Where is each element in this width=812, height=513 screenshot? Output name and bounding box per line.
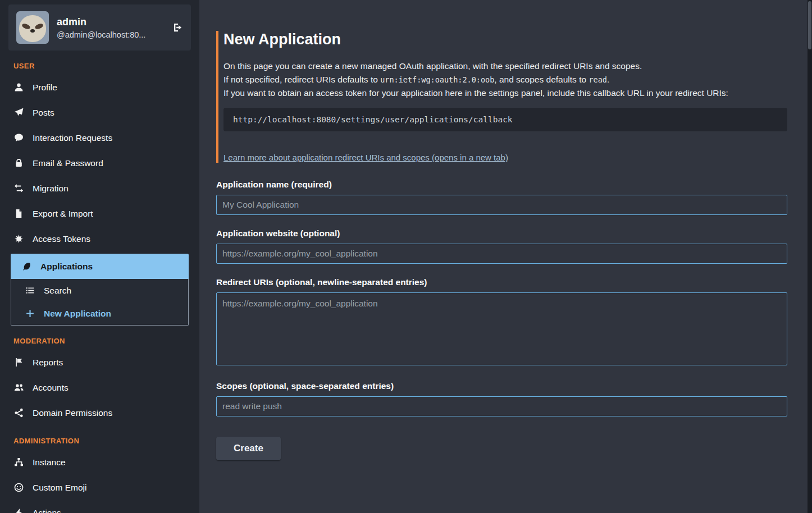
sidebar-item-reports[interactable]: Reports (0, 350, 199, 375)
user-icon (13, 83, 24, 92)
sidebar-item-label: Interaction Requests (33, 132, 112, 144)
smiley-icon (13, 483, 24, 492)
intro-text: If not specified, redirect URIs defaults… (223, 75, 380, 84)
redirect-uris-group: Redirect URIs (optional, newline-separat… (216, 277, 787, 368)
sidebar-section-user: USER (13, 62, 191, 70)
certificate-icon (13, 234, 24, 244)
comment-icon (13, 133, 24, 143)
sidebar-item-instance[interactable]: Instance (0, 450, 199, 475)
scopes-input[interactable] (216, 396, 787, 416)
users-icon (13, 383, 24, 392)
sidebar-item-interaction-requests[interactable]: Interaction Requests (0, 125, 199, 150)
sidebar: admin @admin@localhost:80... USER Profil… (0, 0, 199, 513)
user-handle: @admin@localhost:80... (57, 30, 165, 39)
scopes-label: Scopes (optional, space-separated entrie… (216, 381, 787, 391)
sidebar-item-posts[interactable]: Posts (0, 100, 199, 125)
sidebar-item-actions[interactable]: Actions (0, 500, 199, 513)
sidebar-item-profile[interactable]: Profile (0, 75, 199, 100)
inline-code-oob: urn:ietf:wg:oauth:2.0:oob (380, 75, 494, 84)
sidebar-item-label: Profile (33, 81, 57, 93)
lock-icon (13, 158, 24, 168)
user-card[interactable]: admin @admin@localhost:80... (8, 4, 191, 51)
intro-line-3: If you want to obtain an access token fo… (223, 86, 787, 100)
feather-icon (21, 262, 32, 271)
sidebar-item-new-application[interactable]: New Application (11, 302, 188, 325)
sidebar-item-email-password[interactable]: Email & Password (0, 150, 199, 176)
scopes-group: Scopes (optional, space-separated entrie… (216, 381, 787, 416)
redirect-uris-label: Redirect URIs (optional, newline-separat… (216, 277, 787, 287)
page-header: New Application On this page you can cre… (216, 31, 787, 163)
bolt-icon (13, 508, 24, 513)
sidebar-item-domain-permissions[interactable]: Domain Permissions (0, 400, 199, 425)
sidebar-group-applications: Applications Search New Application (11, 254, 189, 326)
main-panel: New Application On this page you can cre… (199, 0, 812, 513)
sidebar-item-accounts[interactable]: Accounts (0, 375, 199, 400)
intro-text: , and scopes defaults to (494, 75, 589, 84)
application-website-label: Application website (optional) (216, 228, 787, 239)
avatar-nose (30, 29, 35, 33)
sidebar-item-label: Access Tokens (33, 233, 90, 245)
sidebar-item-export-import[interactable]: Export & Import (0, 201, 199, 226)
sidebar-item-label: Applications (40, 260, 93, 272)
transfer-arrows-icon (13, 184, 24, 193)
sidebar-item-access-tokens[interactable]: Access Tokens (0, 226, 199, 251)
applications-submenu: Search New Application (11, 279, 189, 326)
intro-line-1: On this page you can create a new manage… (223, 59, 787, 73)
sidebar-item-applications[interactable]: Applications (11, 254, 189, 279)
plus-icon (25, 309, 35, 318)
avatar (16, 11, 49, 44)
sidebar-item-migration[interactable]: Migration (0, 176, 199, 201)
sidebar-section-moderation: MODERATION (13, 337, 191, 345)
sidebar-item-label: Reports (33, 356, 63, 368)
inline-code-read: read (589, 75, 607, 84)
sidebar-item-label: Accounts (33, 382, 69, 393)
learn-more-link[interactable]: Learn more about application redirect UR… (223, 153, 508, 162)
application-website-group: Application website (optional) (216, 228, 787, 264)
sidebar-item-applications-search[interactable]: Search (11, 279, 188, 302)
sidebar-item-label: Migration (33, 182, 69, 194)
intro-line-2: If not specified, redirect URIs defaults… (223, 73, 787, 86)
list-icon (25, 286, 35, 295)
scrollbar-thumb[interactable] (808, 1, 811, 49)
avatar-face (19, 15, 47, 42)
share-nodes-icon (13, 408, 24, 418)
sidebar-item-label: Posts (33, 107, 54, 118)
sidebar-item-label: Actions (33, 507, 61, 513)
new-application-form: Application name (required) Application … (216, 180, 787, 460)
sidebar-item-custom-emoji[interactable]: Custom Emoji (0, 475, 199, 500)
page-title: New Application (223, 31, 787, 48)
flag-icon (13, 358, 24, 367)
sidebar-item-label: Instance (33, 456, 66, 468)
sign-out-icon (172, 21, 183, 34)
file-export-icon (13, 209, 24, 218)
user-name: admin (57, 16, 165, 28)
application-name-input[interactable] (216, 195, 787, 215)
sidebar-item-label: Export & Import (33, 208, 93, 219)
application-name-group: Application name (required) (216, 180, 787, 215)
sidebar-section-administration: ADMINISTRATION (13, 437, 191, 445)
sign-out-button[interactable] (172, 21, 183, 34)
sidebar-item-label: Domain Permissions (33, 407, 112, 419)
sidebar-item-label: Email & Password (33, 157, 103, 169)
redirect-uris-textarea[interactable] (216, 292, 787, 365)
sidebar-item-label: New Application (44, 308, 111, 319)
intro-text: . (607, 75, 609, 84)
paper-plane-icon (13, 108, 24, 117)
application-name-label: Application name (required) (216, 180, 787, 190)
application-website-input[interactable] (216, 244, 787, 264)
sidebar-item-label: Custom Emoji (33, 482, 86, 493)
sitemap-icon (13, 457, 24, 467)
create-button[interactable]: Create (216, 437, 281, 460)
scrollbar-track (808, 0, 812, 513)
callback-url-code-block: http://localhost:8080/settings/user/appl… (223, 108, 787, 131)
user-info: admin @admin@localhost:80... (57, 16, 165, 39)
sidebar-item-label: Search (44, 285, 71, 296)
